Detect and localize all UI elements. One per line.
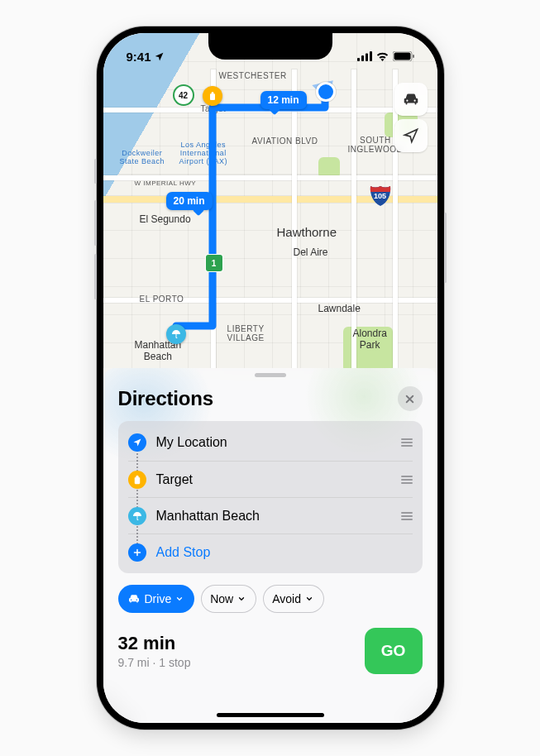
stop-row-target[interactable]: Target	[128, 461, 413, 497]
pill-label: Avoid	[272, 592, 301, 605]
car-icon	[127, 592, 141, 605]
shield-i105: 105	[370, 185, 391, 207]
shield-ca1: 1	[206, 255, 222, 271]
umbrella-icon	[128, 507, 146, 525]
location-arrow-icon	[403, 127, 419, 144]
add-stop-button[interactable]: Add Stop	[128, 534, 413, 570]
svg-rect-3	[370, 51, 372, 61]
close-icon	[404, 394, 415, 404]
shield-number: 105	[374, 192, 386, 200]
map-pin-beach[interactable]	[166, 324, 186, 344]
route-options: Drive Now Avoid	[118, 585, 423, 613]
svg-rect-0	[357, 58, 360, 61]
drag-handle-icon[interactable]	[401, 438, 413, 447]
chevron-down-icon	[175, 595, 184, 603]
route-details: 9.7 mi · 1 stop	[118, 656, 191, 669]
transport-mode-button[interactable]	[394, 83, 428, 116]
drive-mode-button[interactable]: Drive	[118, 585, 195, 613]
map-pin-target[interactable]	[203, 86, 222, 106]
status-time: 9:41	[127, 50, 151, 64]
home-indicator[interactable]	[217, 713, 324, 717]
stop-label: Manhattan Beach	[156, 509, 260, 524]
current-location-dot	[318, 84, 333, 99]
stop-row-my-location[interactable]: My Location	[128, 424, 413, 461]
chevron-down-icon	[237, 595, 246, 603]
avoid-button[interactable]: Avoid	[263, 585, 324, 613]
stop-label: Add Stop	[156, 545, 211, 560]
plus-icon	[128, 543, 146, 562]
go-button[interactable]: GO	[365, 628, 423, 674]
go-label: GO	[381, 642, 406, 660]
stops-list: My Location Target Man	[118, 421, 423, 573]
shield-ca42: 42	[174, 86, 193, 104]
close-button[interactable]	[398, 386, 423, 411]
pill-label: Drive	[145, 592, 172, 605]
phone-frame: 9:41 WESTCHESTE	[97, 26, 444, 730]
svg-rect-2	[366, 54, 368, 62]
location-icon	[128, 433, 146, 452]
eta-chip-1[interactable]: 12 min	[260, 91, 307, 109]
drag-handle-icon[interactable]	[401, 476, 413, 484]
status-time-area: 9:41	[127, 50, 165, 64]
status-right	[357, 51, 414, 61]
chevron-down-icon	[305, 595, 313, 603]
bag-icon	[128, 471, 146, 489]
svg-rect-6	[413, 55, 414, 58]
stop-label: My Location	[156, 435, 227, 450]
pill-label: Now	[210, 592, 233, 605]
depart-time-button[interactable]: Now	[201, 585, 256, 613]
drag-handle-icon[interactable]	[401, 512, 413, 520]
total-eta: 32 min	[118, 633, 191, 654]
sheet-title: Directions	[118, 387, 213, 410]
screen: 9:41 WESTCHESTE	[103, 33, 437, 723]
svg-rect-5	[394, 53, 410, 60]
battery-icon	[393, 51, 414, 61]
stop-label: Target	[156, 472, 193, 487]
notch	[208, 33, 332, 60]
map-view[interactable]: WESTCHESTER AVIATION BLVD SOUTH INGLEWOO…	[103, 33, 437, 380]
cellular-icon	[357, 51, 372, 61]
directions-sheet[interactable]: Directions My Location	[103, 368, 437, 723]
location-services-icon	[154, 51, 165, 62]
stop-row-manhattan-beach[interactable]: Manhattan Beach	[128, 497, 413, 534]
wifi-icon	[375, 51, 389, 61]
svg-rect-1	[361, 55, 364, 61]
eta-chip-2[interactable]: 20 min	[166, 192, 213, 210]
park-area	[343, 327, 393, 372]
bag-icon	[208, 91, 217, 101]
umbrella-icon	[171, 329, 181, 339]
recenter-button[interactable]	[394, 119, 428, 152]
route-summary: 32 min 9.7 mi · 1 stop GO	[118, 628, 423, 689]
car-icon	[402, 90, 420, 108]
